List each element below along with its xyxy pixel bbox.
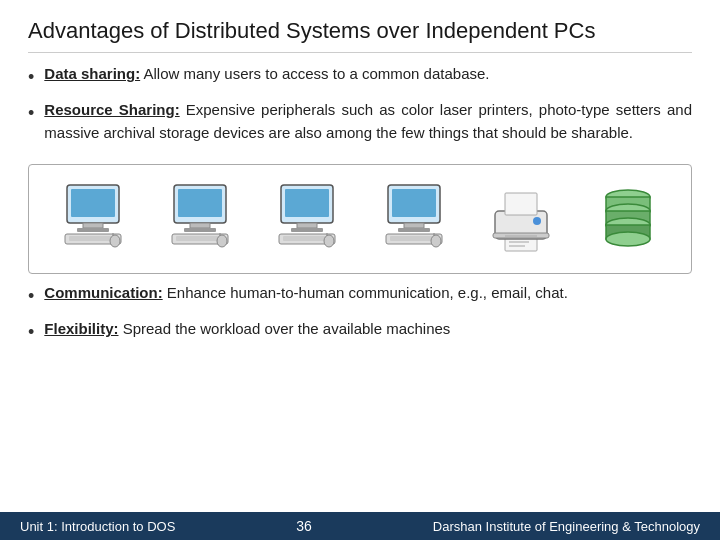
main-content: Advantages of Distributed Systems over I… (0, 0, 720, 512)
bullet-dot: • (28, 100, 34, 127)
bullet-text-2: Resource Sharing: Expensive peripherals … (44, 99, 692, 144)
term-3: Communication: (44, 284, 162, 301)
bullet-text-4: Flexibility: Spread the workload over th… (44, 318, 692, 341)
svg-rect-3 (77, 228, 109, 232)
svg-rect-10 (190, 223, 210, 228)
svg-point-22 (324, 235, 334, 247)
bullet-dot: • (28, 64, 34, 91)
device-pc-2 (160, 183, 240, 255)
svg-rect-2 (83, 223, 103, 228)
svg-rect-19 (291, 228, 323, 232)
list-item: • Resource Sharing: Expensive peripheral… (28, 99, 692, 144)
svg-point-6 (110, 235, 120, 247)
svg-rect-1 (71, 189, 115, 217)
pc-icon-4 (382, 183, 446, 255)
bullet-dot: • (28, 319, 34, 346)
device-database (588, 183, 668, 255)
page-title: Advantages of Distributed Systems over I… (28, 18, 692, 53)
svg-point-39 (533, 217, 541, 225)
svg-point-47 (606, 232, 650, 246)
database-svg (600, 183, 656, 255)
svg-rect-18 (297, 223, 317, 228)
bullet-list-2: • Communication: Enhance human-to-human … (28, 282, 692, 354)
footer-right: Darshan Institute of Engineering & Techn… (433, 519, 700, 534)
bullet-text-1: Data sharing: Allow many users to access… (44, 63, 692, 86)
svg-rect-27 (398, 228, 430, 232)
pc-icon-3 (275, 183, 339, 255)
footer: Unit 1: Introduction to DOS 36 Darshan I… (0, 512, 720, 540)
svg-rect-40 (505, 235, 537, 237)
printer-svg (485, 183, 557, 255)
svg-rect-17 (285, 189, 329, 217)
pc-icon-2 (168, 183, 232, 255)
svg-rect-26 (404, 223, 424, 228)
footer-left: Unit 1: Introduction to DOS (20, 519, 175, 534)
term-1: Data sharing: (44, 65, 140, 82)
svg-rect-11 (184, 228, 216, 232)
bullet-text-3: Communication: Enhance human-to-human co… (44, 282, 692, 305)
device-pc-4 (374, 183, 454, 255)
svg-rect-35 (509, 245, 525, 247)
svg-point-30 (431, 235, 441, 247)
svg-rect-25 (392, 189, 436, 217)
list-item: • Flexibility: Spread the workload over … (28, 318, 692, 346)
device-pc-3 (267, 183, 347, 255)
bullet-list: • Data sharing: Allow many users to acce… (28, 63, 692, 152)
svg-rect-9 (178, 189, 222, 217)
svg-point-14 (217, 235, 227, 247)
term-2: Resource Sharing: (44, 101, 179, 118)
device-pc-1 (53, 183, 133, 255)
device-printer (481, 183, 561, 255)
list-item: • Communication: Enhance human-to-human … (28, 282, 692, 310)
svg-rect-34 (509, 241, 529, 243)
svg-rect-37 (505, 193, 537, 215)
bullet-dot: • (28, 283, 34, 310)
list-item: • Data sharing: Allow many users to acce… (28, 63, 692, 91)
diagram-box (28, 164, 692, 274)
term-4: Flexibility: (44, 320, 118, 337)
footer-center: 36 (296, 518, 312, 534)
pc-icon-1 (61, 183, 125, 255)
